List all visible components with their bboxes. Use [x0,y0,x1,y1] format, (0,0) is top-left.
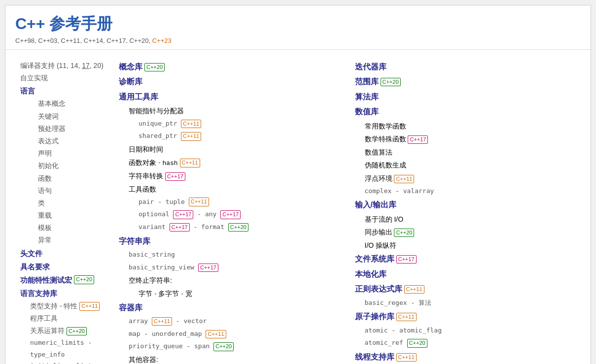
util-lib-title[interactable]: 通用工具库 [119,90,345,104]
date-time-row[interactable]: 日期和时间 [129,143,345,156]
concepts-lib-row: 概念库 C++20 [119,60,345,74]
basic-concepts[interactable]: 基本概念 [30,98,104,110]
atomic-flag-link[interactable]: atomic_flag [399,327,442,334]
atomic-ref-row: atomic_ref C++20 [365,337,581,350]
special-math-label[interactable]: 数学特殊函数 [365,135,406,143]
diag-lib-title[interactable]: 诊断库 [119,74,345,89]
valarray-link[interactable]: valarray [403,187,434,195]
numeric-lib-title[interactable]: 数值库 [355,104,581,119]
fs-lib-badge: C++17 [396,255,417,264]
iter-lib-title[interactable]: 迭代器库 [355,60,581,74]
relation-ops-link[interactable]: 关系运算符 [30,327,65,334]
locale-lib-title[interactable]: 本地化库 [355,267,581,282]
overloading[interactable]: 重载 [30,209,104,222]
string-conv-label[interactable]: 字符串转换 [129,172,163,180]
trait-link[interactable]: 特性 [64,302,77,310]
prog-tools-row[interactable]: 程序工具 [30,312,104,325]
pseudo-random-row[interactable]: 伪随机数生成 [365,159,581,172]
vector-link[interactable]: vector [183,317,207,325]
basic-string-link[interactable]: basic_string [129,251,175,258]
version-cpp03[interactable]: C++03 [38,37,57,44]
templates[interactable]: 模板 [30,222,104,234]
tuple-link[interactable]: tuple [166,198,185,205]
preprocessor[interactable]: 预处理器 [30,123,104,135]
smart-ptr-row[interactable]: 智能指针与分配器 [129,104,345,118]
regex-algo-link[interactable]: 算法 [419,299,431,306]
algo-lib-title[interactable]: 算法库 [355,90,581,104]
shared-ptr-link[interactable]: shared_ptr [139,132,177,139]
basic-string-row[interactable]: basic_string [129,249,345,262]
unique-ptr-link[interactable]: unique_ptr [139,120,177,127]
variant-badge: C++17 [170,223,190,232]
io-lib-title[interactable]: 输入/输出库 [355,198,581,212]
wide-label[interactable]: 宽 [185,290,192,298]
float-env-label[interactable]: 浮点环境 [365,174,392,182]
numeric-limits-link[interactable]: numeric_limits [30,339,84,346]
util-funcs-row[interactable]: 工具函数 [129,183,345,196]
hash-label[interactable]: hash [162,160,177,167]
atomic-ref-link[interactable]: atomic_ref [365,339,403,346]
atomic-lib-row: 原子操作库 C++11 [355,309,581,324]
lang-header[interactable]: 语言 [20,84,104,98]
format-link[interactable]: format [201,223,224,231]
thread-lib-title[interactable]: 线程支持库 [355,350,394,364]
fs-lib-title[interactable]: 文件系统库 [355,252,394,266]
version-cpp98[interactable]: C++98 [15,37,35,44]
main-content: 编译器支持 (11, 14, 17, 20) 自立实现 语言 基本概念 关键词 … [5,50,591,364]
keywords[interactable]: 关键词 [30,110,104,123]
span-link[interactable]: span [194,342,210,350]
array-link[interactable]: array [129,317,148,325]
variant-link[interactable]: variant [139,223,166,231]
any-link[interactable]: any [205,210,216,218]
pair-link[interactable]: pair [139,198,154,205]
atomic-lib-title[interactable]: 原子操作库 [355,309,394,324]
version-cpp11[interactable]: C++11 [61,37,80,44]
self-impl-link[interactable]: 自立实现 [20,74,48,82]
sync-output-label[interactable]: 同步输出 [365,228,392,236]
type-info-link[interactable]: type_info [30,351,65,358]
version-cpp23[interactable]: C++23 [152,37,172,44]
regex-lib-title[interactable]: 正则表达式库 [355,282,402,297]
span-badge: C++20 [213,342,234,351]
concepts-lib-title[interactable]: 概念库 [119,60,142,74]
compiler-support-link[interactable]: 编译器支持 (11, 14, 17, 20) [20,62,104,69]
initialization[interactable]: 初始化 [30,160,104,172]
io-manip-row[interactable]: I/O 操纵符 [365,239,581,252]
basic-regex-link[interactable]: basic_regex [365,299,407,306]
expressions[interactable]: 表达式 [30,135,104,147]
range-lib-title[interactable]: 范围库 [355,74,379,89]
statements[interactable]: 语句 [30,185,104,197]
classes[interactable]: 类 [30,197,104,209]
functions[interactable]: 函数 [30,172,104,185]
headers-header[interactable]: 头文件 [20,247,104,260]
initializer-list-link[interactable]: initializer_list [30,362,92,364]
numeric-lib-items: 常用数学函数 数学特殊函数 C++17 数值算法 伪随机数生成 浮点环境 C++… [355,120,581,198]
container-lib-title[interactable]: 容器库 [119,300,345,315]
priority-queue-link[interactable]: priority_queue [129,342,183,350]
complex-link[interactable]: complex [365,187,392,195]
numeric-algo-row[interactable]: 数值算法 [365,146,581,159]
basic-string-view-link[interactable]: basic_string_view [129,264,194,271]
declarations[interactable]: 声明 [30,147,104,160]
basic-regex-algo-row: basic_regex - 算法 [365,297,581,310]
byte-label[interactable]: 字节 [139,290,152,298]
func-obj-label[interactable]: 函数对象 [129,159,156,166]
unordered-map-link[interactable]: unordered_map [152,330,202,337]
optional-link[interactable]: optional [139,210,170,218]
string-lib-title[interactable]: 字符串库 [119,234,345,249]
type-support-link[interactable]: 类型支持 [30,302,58,310]
map-link[interactable]: map [129,330,140,337]
common-math-row[interactable]: 常用数学函数 [365,120,581,133]
naming-header[interactable]: 具名要求 [20,260,104,273]
version-cpp20[interactable]: C++20 [129,37,148,44]
stream-io-row[interactable]: 基于流的 I/O [365,213,581,226]
lang-support-header[interactable]: 语言支持库 [20,287,104,300]
atomic-link[interactable]: atomic [365,327,388,334]
feature-macros-label[interactable]: 功能特性测试宏 [20,273,72,287]
smart-ptr-items: unique_ptr C++11 shared_ptr C++11 [129,118,345,143]
exceptions[interactable]: 异常 [30,234,104,246]
version-cpp14[interactable]: C++14 [84,37,103,44]
page-container: C++ 参考手册 C++98, C++03, C++11, C++14, C++… [5,5,591,364]
version-cpp17[interactable]: C++17 [106,37,126,44]
multi-byte-label[interactable]: 多字节 [158,290,179,298]
